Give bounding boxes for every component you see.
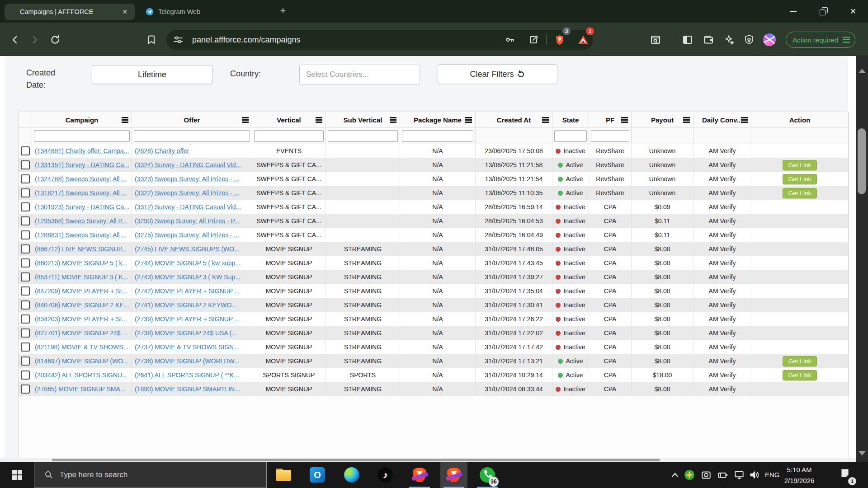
campaign-link[interactable]: (203442) ALL SPORTS SIGNU... <box>35 371 127 379</box>
offer-link[interactable]: (2828) Charity offer <box>135 147 189 155</box>
row-checkbox[interactable] <box>21 202 30 211</box>
share-icon[interactable] <box>528 34 539 45</box>
column-menu-icon[interactable] <box>683 119 690 121</box>
offer-link[interactable]: (1890) MOVIE SIGNUP SMARTLIN... <box>135 385 240 393</box>
vertical-scrollbar[interactable] <box>856 56 868 462</box>
tab-close-icon[interactable]: ✕ <box>120 7 129 16</box>
taskbar-search-box[interactable]: Type here to search <box>34 462 267 488</box>
taskbar-tiktok-icon[interactable]: ♪ <box>377 467 393 483</box>
horizontal-scrollbar-thumb[interactable] <box>52 459 660 461</box>
tray-power-icon[interactable] <box>717 469 729 481</box>
column-filter-input[interactable] <box>328 130 398 142</box>
taskbar-outlook-icon[interactable]: O <box>310 467 325 483</box>
get-link-button[interactable]: Get Link <box>783 160 817 170</box>
offer-link[interactable]: (2745) LIVE NEWS SIGNUPS (WO... <box>135 245 240 253</box>
site-settings-tune-icon[interactable] <box>173 34 184 45</box>
campaign-link[interactable]: (860213) MOVIE SIGNUP 5 ( k... <box>35 259 127 267</box>
column-menu-icon[interactable] <box>122 119 128 121</box>
window-restore-button[interactable] <box>808 0 838 23</box>
campaign-link[interactable]: (827701) MOVIE SIGNUP 24$ ... <box>35 329 127 337</box>
window-minimize-button[interactable] <box>778 0 808 23</box>
column-filter-input[interactable] <box>34 130 130 142</box>
start-button[interactable] <box>0 462 34 488</box>
horizontal-scrollbar[interactable] <box>0 458 856 462</box>
offer-link[interactable]: (3275) Sweeps Survey: All Prizes - ... <box>135 231 239 239</box>
get-link-button[interactable]: Get Link <box>783 174 817 184</box>
url-text[interactable]: panel.affforce.com/campaigns <box>192 30 300 50</box>
scroll-down-arrow-icon[interactable] <box>859 451 866 455</box>
campaign-link[interactable]: (840706) MOVIE SIGNUP 2 KE... <box>35 301 129 309</box>
clear-filters-button[interactable]: Clear Filters <box>438 64 557 84</box>
window-close-button[interactable]: ✕ <box>838 0 868 23</box>
tray-network-icon[interactable] <box>733 469 745 481</box>
row-checkbox[interactable] <box>21 300 30 310</box>
get-link-button[interactable]: Get Link <box>783 370 817 380</box>
campaign-link[interactable]: (1331351) Survey - DATING Ca... <box>35 161 129 169</box>
row-checkbox[interactable] <box>21 385 30 394</box>
column-menu-icon[interactable] <box>542 119 549 121</box>
taskbar-brave-active-icon[interactable] <box>446 467 462 483</box>
date-range-selector[interactable]: Lifetime <box>92 65 212 84</box>
column-filter-input[interactable] <box>134 130 250 142</box>
column-menu-icon[interactable] <box>316 119 322 121</box>
column-filter-input[interactable] <box>254 130 324 142</box>
column-menu-icon[interactable] <box>741 119 748 121</box>
campaign-link[interactable]: (814697) MOVIE SIGNUP (WO... <box>35 357 128 365</box>
wallet-icon[interactable] <box>703 34 714 45</box>
tab-campaigns[interactable]: Campaigns | AFFFORCE ✕ <box>5 4 135 20</box>
column-menu-icon[interactable] <box>621 119 628 121</box>
column-menu-icon[interactable] <box>242 119 249 121</box>
taskbar-file-explorer-icon[interactable] <box>276 467 291 483</box>
column-filter-input[interactable] <box>402 130 473 142</box>
taskbar-edge-icon[interactable] <box>344 467 359 483</box>
find-in-page-icon[interactable] <box>650 34 661 45</box>
offer-link[interactable]: (2742) MOVIE PLAYER + SIGNUP ... <box>135 287 240 295</box>
offer-link[interactable]: (3322) Sweeps Survey: All Prizes - ... <box>135 189 239 197</box>
campaign-link[interactable]: (853711) MOVIE SIGNUP 3 ( K... <box>35 273 128 281</box>
row-checkbox[interactable] <box>21 216 30 225</box>
new-tab-button[interactable]: + <box>277 5 289 18</box>
campaign-link[interactable]: (27865) MOVIE SIGNUP SMA... <box>35 385 125 393</box>
row-checkbox[interactable] <box>21 343 30 352</box>
campaign-link[interactable]: (1318217) Sweeps Survey: All ... <box>35 189 127 197</box>
offer-link[interactable]: (2736) MOVIE SIGNUP (WORLDW... <box>135 357 240 365</box>
tray-volume-icon[interactable] <box>749 469 760 481</box>
row-checkbox[interactable] <box>21 258 30 267</box>
brave-shield-icon[interactable] <box>554 34 565 45</box>
row-checkbox[interactable] <box>21 272 30 282</box>
row-checkbox[interactable] <box>21 371 30 380</box>
campaign-link[interactable]: (1324788) Sweeps Survey: All ... <box>35 175 127 183</box>
offer-link[interactable]: (2641) ALL SPORTS SIGNUP ( **K... <box>135 371 239 379</box>
profile-avatar[interactable] <box>763 33 776 46</box>
bat-rewards-icon[interactable] <box>578 34 589 45</box>
offer-link[interactable]: (2744) MOVIE SIGNUP 5 ( kw supp... <box>135 259 241 267</box>
row-checkbox[interactable] <box>21 357 30 366</box>
row-checkbox[interactable] <box>21 146 30 155</box>
row-checkbox[interactable] <box>21 286 30 296</box>
column-filter-input[interactable] <box>591 130 629 142</box>
campaign-link[interactable]: (1295368) Sweep Survey: All P... <box>35 217 127 225</box>
forward-button[interactable] <box>29 34 40 45</box>
sidebar-icon[interactable] <box>682 34 693 45</box>
offer-link[interactable]: (2739) MOVIE PLAYER + SIGNUP ... <box>135 315 240 323</box>
vertical-scrollbar-thumb[interactable] <box>858 128 866 194</box>
tab-telegram[interactable]: Telegram Web <box>138 4 271 20</box>
row-checkbox[interactable] <box>21 160 30 169</box>
row-checkbox[interactable] <box>21 244 30 253</box>
campaign-link[interactable]: (866712) LIVE NEWS SIGNUP... <box>35 245 127 253</box>
offer-link[interactable]: (2737) MOVIE & TV SHOWS SIGN... <box>135 343 239 351</box>
offer-link[interactable]: (3323) Sweeps Survey: All Prizes - ... <box>135 175 239 183</box>
campaign-link[interactable]: (847209) MOVIE PLAYER + SI... <box>35 287 127 295</box>
tray-clock[interactable]: 5:10 AM 2/19/2026 <box>778 465 820 486</box>
scroll-up-arrow-icon[interactable] <box>859 69 866 73</box>
tray-language[interactable]: ENG <box>765 471 780 479</box>
get-link-button[interactable]: Get Link <box>783 356 817 366</box>
password-key-icon[interactable] <box>505 34 515 45</box>
campaign-link[interactable]: (821198) MOVIE & TV SHOWS... <box>35 343 128 351</box>
row-checkbox[interactable] <box>21 174 30 183</box>
bookmarks-icon[interactable] <box>146 34 157 45</box>
taskbar-brave-icon[interactable] <box>412 467 427 483</box>
row-checkbox[interactable] <box>21 328 30 338</box>
campaign-link[interactable]: (1288831) Sweeps Survey: All ... <box>35 231 127 239</box>
action-required-button[interactable]: Action required <box>786 32 855 48</box>
